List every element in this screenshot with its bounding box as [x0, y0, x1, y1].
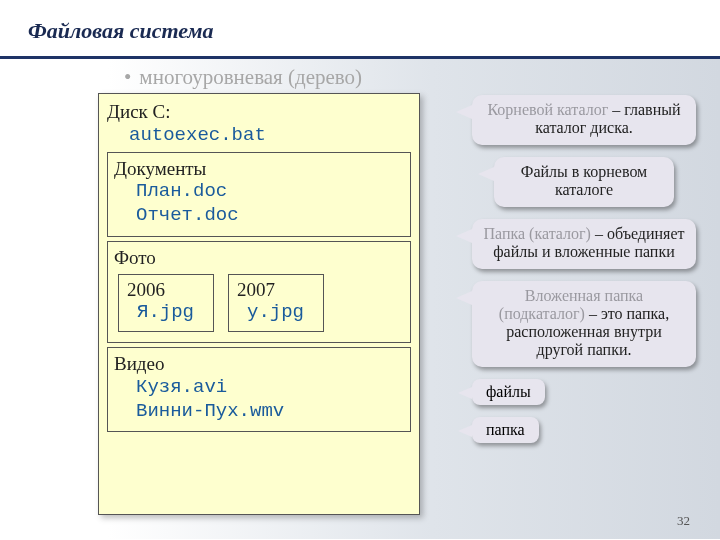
- content-area: •многоуровневая (дерево) Диск C: autoexe…: [0, 59, 720, 539]
- year-row: 2006 Я.jpg 2007 y.jpg: [118, 274, 404, 333]
- tag-files: файлы: [472, 379, 545, 405]
- folder-documents: Документы План.doc Отчет.doc: [107, 152, 411, 237]
- file-item: Я.jpg: [127, 301, 205, 325]
- folder-year-2007: 2007 y.jpg: [228, 274, 324, 333]
- file-item: Кузя.avi: [114, 376, 404, 400]
- callout-folder: Папка (каталог) – объединяет файлы и вло…: [472, 219, 696, 269]
- side-callouts: Корневой каталог – главный каталог диска…: [472, 95, 696, 443]
- bullet-subtitle: •многоуровневая (дерево): [124, 65, 362, 90]
- filesystem-tree: Диск C: autoexec.bat Документы План.doc …: [98, 93, 420, 515]
- disk-label: Диск C:: [107, 100, 411, 124]
- folder-title: Видео: [114, 352, 404, 376]
- file-item: План.doc: [114, 180, 404, 204]
- year-label: 2006: [127, 278, 205, 302]
- callout-root-files: Файлы в корневом каталоге: [494, 157, 674, 207]
- folder-title: Документы: [114, 157, 404, 181]
- page-title: Файловая система: [28, 18, 720, 44]
- root-file: autoexec.bat: [107, 124, 411, 148]
- folder-video: Видео Кузя.avi Винни-Пух.wmv: [107, 347, 411, 432]
- header: Файловая система: [0, 0, 720, 50]
- file-item: Винни-Пух.wmv: [114, 400, 404, 424]
- folder-photo: Фото 2006 Я.jpg 2007 y.jpg: [107, 241, 411, 343]
- page-number: 32: [677, 513, 690, 529]
- file-item: y.jpg: [237, 301, 315, 325]
- callout-nested-folder: Вложенная папка (подкаталог) – это папка…: [472, 281, 696, 367]
- folder-year-2006: 2006 Я.jpg: [118, 274, 214, 333]
- bullet-text: многоуровневая (дерево): [139, 65, 362, 89]
- file-item: Отчет.doc: [114, 204, 404, 228]
- folder-title: Фото: [114, 246, 404, 270]
- callout-lead: Корневой каталог: [487, 101, 608, 118]
- callout-lead: Папка (каталог): [483, 225, 591, 242]
- year-label: 2007: [237, 278, 315, 302]
- callout-root-catalog: Корневой каталог – главный каталог диска…: [472, 95, 696, 145]
- callout-text: Файлы в корневом каталоге: [521, 163, 647, 198]
- tag-folder: папка: [472, 417, 539, 443]
- bullet-icon: •: [124, 65, 131, 89]
